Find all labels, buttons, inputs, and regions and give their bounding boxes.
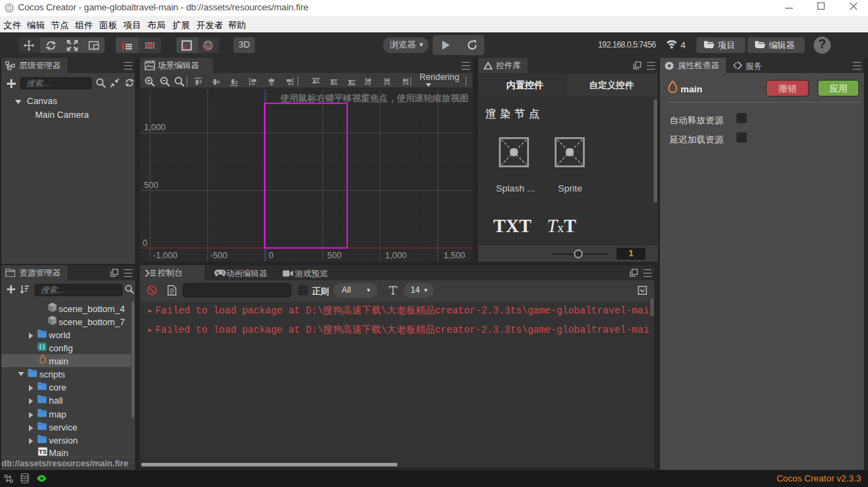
svg-text:TS: TS: [39, 448, 47, 455]
